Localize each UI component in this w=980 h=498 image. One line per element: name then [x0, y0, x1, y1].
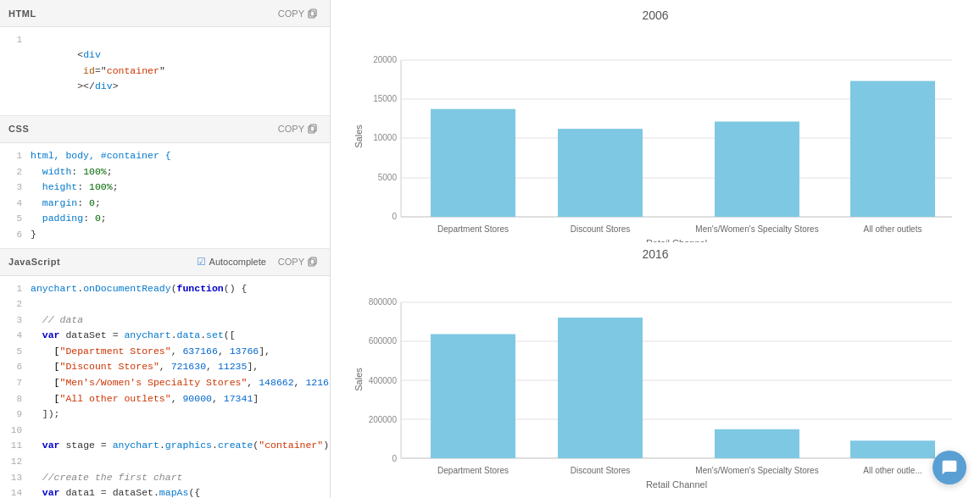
js-section-header: JavaScript ☑ Autocomplete COPY — [0, 249, 330, 276]
bar-mens-stores-2016 — [715, 429, 799, 458]
css-line-4: 4 margin: 0; — [7, 196, 330, 212]
js-line-9: 9 ]); — [7, 407, 330, 423]
chart-2016-area: Sales 0 200000 400000 600000 800000 — [348, 265, 963, 497]
svg-text:800000: 800000 — [369, 297, 398, 307]
svg-text:All other outle...: All other outle... — [863, 466, 922, 475]
svg-text:400000: 400000 — [369, 376, 398, 385]
css-line-1: 1 html, body, #container { — [7, 148, 330, 164]
autocomplete-toggle[interactable]: ☑ Autocomplete — [197, 256, 266, 268]
copy-icon — [308, 8, 318, 19]
svg-text:Men's/Women's Specialty Stores: Men's/Women's Specialty Stores — [695, 224, 818, 234]
svg-rect-0 — [309, 11, 315, 18]
bar-discount-stores-2006 — [558, 129, 643, 217]
js-line-11: 11 var stage = anychart.graphics.create(… — [7, 438, 330, 454]
chart-2006: 2006 Sales 0 5000 10000 15000 20000 — [348, 8, 963, 239]
chart-2016-title: 2016 — [348, 247, 963, 261]
bar-dept-stores-2006 — [431, 109, 515, 217]
chart-2006-title: 2006 — [348, 8, 963, 22]
css-title: CSS — [8, 124, 29, 134]
left-panel: HTML COPY 1 <div id="container" ></div> … — [0, 0, 331, 498]
js-line-5: 5 ["Department Stores", 637166, 13766], — [7, 344, 330, 360]
svg-text:5000: 5000 — [378, 173, 398, 182]
html-code-block: 1 <div id="container" ></div> — [0, 27, 330, 116]
svg-text:200000: 200000 — [369, 415, 398, 424]
css-code-block: 1 html, body, #container { 2 width: 100%… — [0, 143, 330, 249]
chart-2006-svg: Sales 0 5000 10000 15000 20000 — [348, 26, 963, 242]
bar-other-outlets-2006 — [850, 81, 935, 217]
js-line-7: 7 ["Men's/Women's Specialty Stores", 148… — [7, 375, 330, 391]
js-line-2: 2 — [7, 296, 330, 313]
chat-icon — [941, 459, 958, 476]
copy-icon — [308, 124, 318, 134]
js-line-8: 8 ["All other outlets", 90000, 17341] — [7, 391, 330, 407]
css-section-header: CSS COPY — [0, 116, 330, 143]
css-line-6: 6 } — [7, 227, 330, 243]
svg-text:Retail Channel: Retail Channel — [646, 479, 707, 490]
svg-rect-4 — [309, 259, 315, 266]
svg-text:Men's/Women's Specialty Stores: Men's/Women's Specialty Stores — [695, 466, 818, 475]
svg-text:600000: 600000 — [369, 336, 398, 346]
svg-rect-5 — [310, 257, 316, 264]
svg-text:Retail Channel: Retail Channel — [646, 238, 707, 242]
svg-text:Department Stores: Department Stores — [437, 466, 509, 475]
svg-text:Discount Stores: Discount Stores — [571, 466, 631, 475]
svg-rect-2 — [309, 126, 315, 133]
html-copy-button[interactable]: COPY — [275, 7, 321, 20]
svg-text:Discount Stores: Discount Stores — [571, 224, 631, 234]
js-line-10: 10 — [7, 423, 330, 439]
svg-rect-3 — [310, 125, 316, 131]
js-code-area: 1 anychart.onDocumentReady(function() { … — [0, 276, 330, 498]
svg-text:15000: 15000 — [373, 94, 397, 103]
svg-text:Sales: Sales — [354, 367, 364, 390]
js-line-13: 13 //create the first chart — [7, 470, 330, 486]
chart-2006-area: Sales 0 5000 10000 15000 20000 — [348, 26, 963, 246]
js-line-3: 3 // data — [7, 313, 330, 329]
svg-text:0: 0 — [392, 212, 397, 221]
js-line-12: 12 — [7, 454, 330, 470]
svg-text:10000: 10000 — [373, 133, 397, 142]
right-panel: 2006 Sales 0 5000 10000 15000 20000 — [331, 0, 980, 498]
js-line-14: 14 var data1 = dataSet.mapAs({ — [7, 485, 330, 498]
css-line-3: 3 height: 100%; — [7, 180, 330, 196]
js-title: JavaScript — [8, 257, 60, 267]
svg-text:Sales: Sales — [354, 125, 364, 148]
html-title: HTML — [8, 8, 36, 19]
html-section-header: HTML COPY — [0, 0, 330, 27]
svg-text:All other outlets: All other outlets — [864, 224, 922, 234]
css-copy-button[interactable]: COPY — [275, 122, 321, 136]
js-line-4: 4 var dataSet = anychart.data.set([ — [7, 328, 330, 344]
svg-text:20000: 20000 — [373, 55, 397, 64]
bar-dept-stores-2016 — [431, 334, 515, 458]
chart-2016-svg: Sales 0 200000 400000 600000 800000 — [348, 265, 963, 494]
bar-mens-stores-2006 — [715, 122, 799, 218]
js-line-1: 1 anychart.onDocumentReady(function() { — [7, 281, 330, 297]
svg-rect-1 — [310, 9, 316, 16]
bar-other-outlets-2016 — [850, 440, 935, 458]
chart-2016: 2016 Sales 0 200000 400000 600000 800000 — [348, 247, 963, 490]
svg-text:0: 0 — [392, 454, 397, 463]
html-line-1: 1 <div id="container" ></div> — [7, 32, 330, 110]
svg-text:Department Stores: Department Stores — [437, 224, 509, 234]
copy-icon — [308, 257, 318, 267]
css-line-5: 5 padding: 0; — [7, 211, 330, 227]
css-line-2: 2 width: 100%; — [7, 164, 330, 180]
bar-discount-stores-2016 — [558, 318, 643, 458]
js-section: JavaScript ☑ Autocomplete COPY 1 anychar… — [0, 249, 330, 498]
js-copy-button[interactable]: COPY — [275, 255, 321, 268]
js-line-6: 6 ["Discount Stores", 721630, 11235], — [7, 359, 330, 375]
chat-bubble-button[interactable] — [933, 451, 966, 484]
